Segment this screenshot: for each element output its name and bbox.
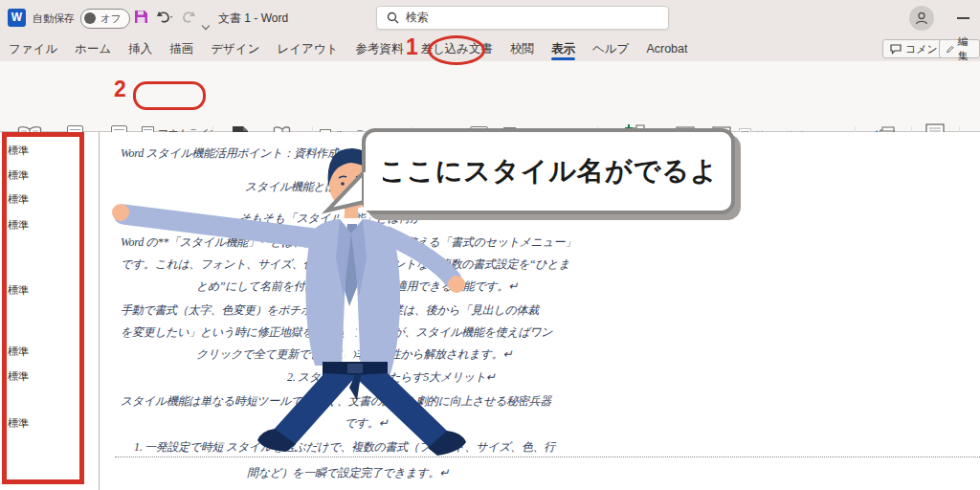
- person-icon: [914, 11, 929, 26]
- tab-review[interactable]: 校閲: [501, 36, 543, 61]
- autosave-label: 自動保存: [33, 11, 75, 26]
- tab-acrobat[interactable]: Acrobat: [637, 36, 696, 61]
- autosave-toggle[interactable]: オフ: [80, 9, 130, 29]
- tab-insert[interactable]: 挿入: [120, 36, 161, 61]
- speech-bubble: ここにスタイル名がでるよ: [362, 128, 735, 214]
- qat-customize-dropdown[interactable]: [203, 15, 209, 33]
- style-area-highlight-box: [2, 132, 84, 484]
- avatar[interactable]: [909, 6, 934, 31]
- autosave-state: オフ: [100, 12, 122, 26]
- redo-icon: [180, 9, 197, 26]
- ribbon-tab-row: ファイル ホーム 挿入 描画 デザイン レイアウト 参考資料 差し込み文書 校閲…: [0, 36, 980, 61]
- bubble-tail-join: [364, 172, 383, 211]
- search-icon: [387, 11, 399, 24]
- tab-home[interactable]: ホーム: [66, 36, 120, 61]
- save-button[interactable]: [134, 10, 148, 28]
- save-icon: [134, 10, 148, 24]
- redo-button[interactable]: [180, 9, 197, 30]
- undo-icon: [155, 9, 174, 26]
- editing-label: 編集: [958, 34, 972, 63]
- search-placeholder: 検索: [406, 10, 429, 26]
- annotation-circle-view-tab: [428, 35, 485, 65]
- style-area-divider[interactable]: [99, 132, 100, 490]
- chevron-down-icon: [202, 22, 210, 30]
- word-logo: W: [8, 9, 26, 27]
- pencil-icon: [947, 44, 954, 55]
- annotation-step-2: 2: [114, 77, 126, 102]
- tab-view[interactable]: 表示: [543, 36, 584, 61]
- tab-help[interactable]: ヘルプ: [584, 36, 637, 61]
- tab-design[interactable]: デザイン: [202, 36, 268, 61]
- minimize-button[interactable]: [957, 17, 969, 19]
- tab-references[interactable]: 参考資料: [346, 36, 412, 61]
- title-bar: W 自動保存 オフ: [0, 0, 980, 36]
- tab-draw[interactable]: 描画: [161, 36, 202, 61]
- tab-layout[interactable]: レイアウト: [268, 36, 346, 61]
- document-title: 文書 1 - Word: [218, 11, 288, 27]
- editing-button[interactable]: 編集: [939, 39, 980, 58]
- tab-file[interactable]: ファイル: [0, 36, 66, 61]
- word-window: W 自動保存 オフ: [0, 0, 980, 490]
- annotation-circle-draft: [133, 81, 206, 110]
- search-box[interactable]: 検索: [376, 6, 669, 30]
- annotation-step-1: 1: [406, 34, 418, 60]
- comment-icon: [890, 44, 902, 55]
- speech-bubble-text: ここにスタイル名がでるよ: [378, 153, 718, 189]
- toggle-knob-icon: [84, 12, 96, 24]
- undo-button[interactable]: [155, 9, 174, 30]
